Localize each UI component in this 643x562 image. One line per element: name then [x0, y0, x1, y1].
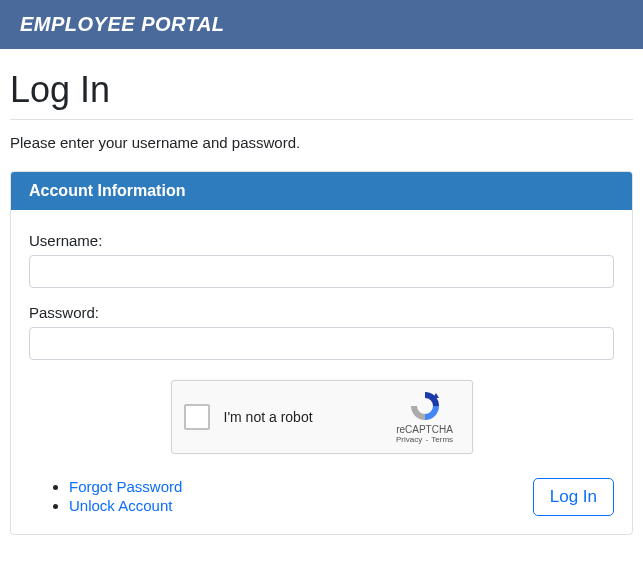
recaptcha-legal: Privacy - Terms — [396, 435, 453, 444]
app-title: EMPLOYEE PORTAL — [20, 13, 623, 36]
recaptcha-branding: reCAPTCHA Privacy - Terms — [390, 390, 460, 444]
card-header: Account Information — [11, 172, 632, 210]
password-label: Password: — [29, 304, 614, 321]
password-group: Password: — [29, 304, 614, 360]
login-button[interactable]: Log In — [533, 478, 614, 516]
page-title: Log In — [10, 69, 633, 111]
username-input[interactable] — [29, 255, 614, 288]
recaptcha-container: I'm not a robot reCAPTCHA Privacy - Term… — [29, 380, 614, 454]
recaptcha-privacy-link[interactable]: Privacy — [396, 435, 422, 444]
forgot-password-link[interactable]: Forgot Password — [69, 478, 182, 495]
card-body: Username: Password: I'm not a robot — [11, 210, 632, 534]
username-label: Username: — [29, 232, 614, 249]
help-links: Forgot Password Unlock Account — [29, 478, 182, 516]
content: Log In Please enter your username and pa… — [0, 49, 643, 545]
recaptcha-label: I'm not a robot — [224, 409, 390, 425]
recaptcha-widget: I'm not a robot reCAPTCHA Privacy - Term… — [171, 380, 473, 454]
account-card: Account Information Username: Password: … — [10, 171, 633, 535]
recaptcha-terms-link[interactable]: Terms — [431, 435, 453, 444]
title-separator — [10, 119, 633, 120]
username-group: Username: — [29, 232, 614, 288]
unlock-account-link[interactable]: Unlock Account — [69, 497, 172, 514]
recaptcha-checkbox[interactable] — [184, 404, 210, 430]
password-input[interactable] — [29, 327, 614, 360]
recaptcha-brand: reCAPTCHA — [396, 424, 453, 435]
app-header: EMPLOYEE PORTAL — [0, 0, 643, 49]
recaptcha-icon — [409, 390, 441, 422]
instruction-text: Please enter your username and password. — [10, 134, 633, 151]
card-footer: Forgot Password Unlock Account Log In — [29, 478, 614, 516]
